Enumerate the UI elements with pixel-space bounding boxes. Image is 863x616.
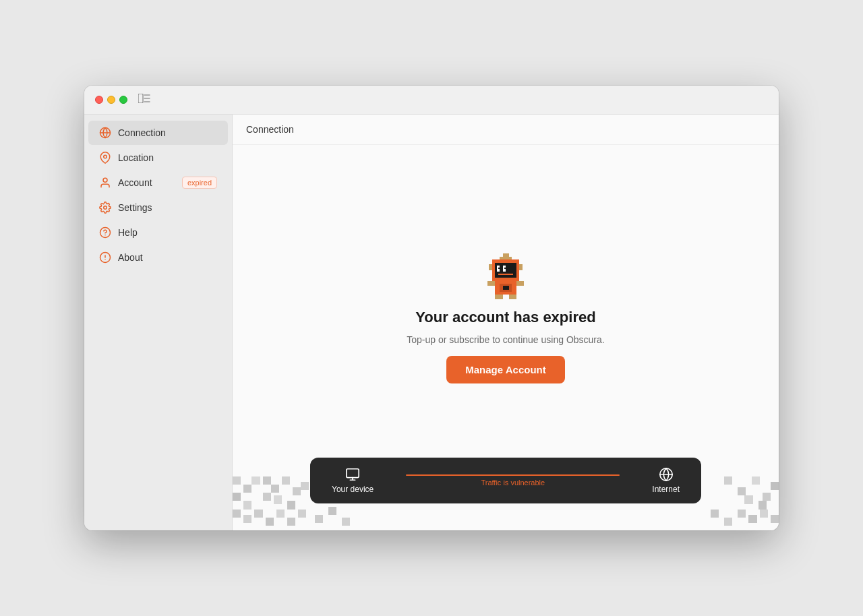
sidebar-toggle-button[interactable] (138, 94, 150, 106)
svg-rect-69 (771, 515, 779, 523)
sidebar-item-account[interactable]: Account expired (88, 171, 228, 195)
help-icon (99, 226, 111, 239)
expired-robot-icon (481, 252, 530, 301)
svg-rect-51 (771, 482, 779, 490)
svg-rect-52 (744, 495, 752, 503)
svg-rect-60 (298, 510, 306, 518)
svg-rect-35 (243, 485, 251, 493)
device-label: Your device (332, 485, 374, 494)
content-header: Connection (233, 115, 779, 145)
account-icon (99, 177, 111, 189)
svg-rect-56 (254, 510, 262, 518)
sidebar: Connection Location Ac (84, 115, 233, 530)
svg-rect-49 (752, 476, 760, 485)
status-bar: Your device Traffic is vulnerable Intern… (310, 458, 701, 503)
sidebar-item-location-label: Location (118, 152, 154, 163)
svg-rect-45 (301, 482, 309, 490)
location-icon (99, 152, 111, 164)
settings-icon (99, 202, 111, 214)
sidebar-item-about[interactable]: About (88, 245, 228, 270)
svg-rect-0 (138, 94, 143, 103)
sidebar-item-connection-label: Connection (118, 127, 166, 138)
svg-rect-62 (328, 507, 336, 515)
expired-content: Your account has expired Top-up or subsc… (407, 252, 604, 383)
svg-rect-42 (293, 487, 301, 495)
svg-rect-50 (763, 493, 771, 501)
app-body: Connection Location Ac (84, 115, 779, 530)
internet-icon (659, 467, 674, 482)
svg-rect-65 (724, 518, 732, 526)
main-content: Connection (233, 115, 779, 530)
svg-rect-15 (500, 256, 512, 259)
sidebar-item-account-label: Account (118, 177, 152, 188)
svg-rect-58 (276, 510, 285, 518)
sidebar-item-help[interactable]: Help (88, 220, 228, 245)
svg-rect-27 (502, 285, 508, 290)
svg-rect-57 (266, 518, 274, 526)
svg-rect-33 (519, 264, 523, 270)
status-internet: Internet (652, 467, 680, 494)
about-icon (99, 251, 111, 264)
svg-rect-34 (233, 476, 241, 485)
sidebar-item-help-label: Help (118, 227, 138, 238)
svg-rect-67 (748, 515, 756, 523)
svg-rect-63 (342, 518, 350, 526)
svg-rect-46 (263, 476, 271, 485)
svg-rect-23 (502, 268, 506, 272)
sidebar-item-settings[interactable]: Settings (88, 195, 228, 220)
svg-rect-28 (495, 295, 502, 299)
sidebar-item-about-label: About (118, 252, 143, 263)
svg-rect-37 (263, 493, 271, 501)
svg-rect-22 (496, 268, 500, 272)
content-area: Your account has expired Top-up or subsc… (233, 145, 779, 530)
manage-account-button[interactable]: Manage Account (446, 356, 564, 383)
svg-rect-54 (233, 510, 241, 518)
svg-rect-48 (738, 487, 746, 495)
svg-rect-59 (287, 518, 295, 526)
svg-point-6 (104, 155, 107, 158)
app-window: Connection Location Ac (84, 86, 779, 530)
close-button[interactable] (95, 96, 103, 104)
titlebar (84, 86, 779, 115)
svg-rect-64 (711, 510, 719, 518)
connection-line-container: Traffic is vulnerable (406, 474, 620, 487)
svg-rect-55 (243, 515, 251, 523)
internet-label: Internet (652, 485, 680, 494)
sidebar-item-settings-label: Settings (118, 202, 152, 213)
expired-subtitle: Top-up or subscribe to continue using Ob… (407, 334, 604, 345)
svg-point-8 (104, 206, 107, 210)
svg-rect-29 (508, 295, 516, 299)
svg-rect-70 (347, 469, 359, 478)
sidebar-item-location[interactable]: Location (88, 146, 228, 170)
device-icon (345, 467, 360, 482)
svg-rect-32 (489, 264, 492, 270)
svg-rect-31 (516, 280, 524, 285)
maximize-button[interactable] (119, 96, 127, 104)
svg-rect-47 (724, 476, 732, 485)
svg-rect-43 (274, 495, 282, 503)
connection-line (406, 474, 620, 476)
status-device: Your device (332, 467, 374, 494)
svg-rect-41 (282, 476, 290, 485)
svg-rect-38 (233, 493, 241, 501)
svg-rect-53 (758, 501, 767, 509)
expired-title: Your account has expired (415, 309, 595, 326)
svg-rect-36 (251, 476, 260, 485)
svg-rect-30 (487, 280, 495, 285)
expired-badge: expired (182, 177, 217, 189)
globe-icon (99, 127, 111, 139)
svg-rect-40 (271, 485, 279, 493)
svg-rect-44 (287, 501, 295, 509)
minimize-button[interactable] (107, 96, 115, 104)
svg-rect-39 (243, 501, 251, 509)
svg-rect-14 (502, 253, 508, 257)
svg-point-7 (103, 178, 107, 182)
traffic-lights (95, 96, 127, 104)
svg-rect-68 (760, 510, 768, 518)
svg-rect-24 (498, 273, 514, 274)
svg-rect-61 (315, 515, 323, 523)
connection-status-label: Traffic is vulnerable (481, 479, 545, 487)
svg-rect-66 (738, 510, 746, 518)
sidebar-item-connection[interactable]: Connection (88, 121, 228, 145)
